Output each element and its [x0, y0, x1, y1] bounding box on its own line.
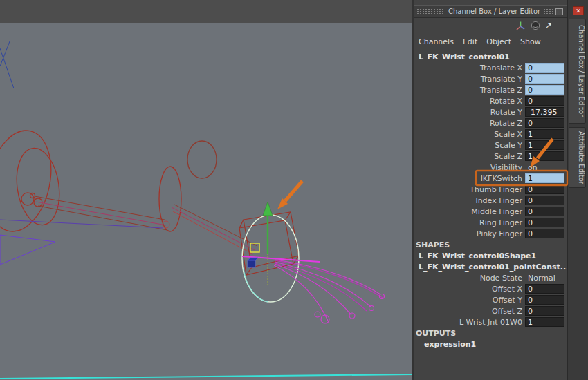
channel-row-rotate-z: Rotate Z0	[414, 117, 567, 129]
channel-row-translate-z: Translate Z0	[414, 84, 567, 95]
channel-label-middle-finger[interactable]: Middle Finger	[414, 207, 525, 216]
channel-label-visibility[interactable]: Visibility	[414, 163, 525, 172]
channel-row-rotate-y: Rotate Y-17.395	[414, 106, 567, 117]
channel-label-offset-y[interactable]: Offset Y	[414, 296, 525, 305]
channel-field-scale-y[interactable]: 1	[525, 140, 564, 150]
channel-label-scale-x[interactable]: Scale X	[414, 130, 525, 139]
channel-box-menubar: Channels Edit Object Show	[414, 33, 567, 50]
panel-grip-dots[interactable]	[416, 8, 445, 15]
channel-field-offset-x[interactable]: 0	[525, 284, 564, 294]
channel-field-index-finger[interactable]: 0	[525, 196, 564, 205]
viewport-scene	[0, 0, 412, 380]
menu-show[interactable]: Show	[520, 37, 541, 46]
channel-field-translate-x[interactable]: 0	[525, 63, 564, 73]
panel-toolbar: ↗	[414, 18, 567, 33]
panel-titlebar[interactable]: Channel Box / Layer Editor	[414, 5, 567, 18]
channel-row-offset-x: Offset X0	[414, 283, 567, 294]
channel-field-node-state[interactable]: Normal	[525, 273, 564, 283]
channel-field-translate-z[interactable]: 0	[525, 85, 564, 95]
channel-field-offset-y[interactable]: 0	[525, 295, 564, 305]
channel-label-ring-finger[interactable]: Ring Finger	[414, 218, 525, 227]
channel-field-offset-z[interactable]: 0	[525, 306, 564, 316]
channel-row-l-fk-wrist-control01[interactable]: L_FK_Wrist_control01	[414, 51, 567, 62]
sphere-tool-icon[interactable]	[531, 21, 540, 30]
channel-row-node-state: Node StateNormal	[414, 272, 567, 283]
channel-label-scale-z[interactable]: Scale Z	[414, 152, 525, 161]
channel-field-scale-x[interactable]: 1	[525, 129, 564, 139]
tab-channel-box-layer-editor[interactable]: Channel Box / Layer Editor	[569, 19, 586, 124]
channel-row-visibility: Visibilityon	[414, 162, 567, 173]
channel-label-translate-z[interactable]: Translate Z	[414, 86, 525, 95]
close-icon[interactable]: ✕	[573, 6, 584, 15]
channel-row-pinky-finger: Pinky Finger0	[414, 228, 567, 239]
channel-row-rotate-x: Rotate X0	[414, 95, 567, 106]
menu-object[interactable]: Object	[486, 37, 511, 46]
channel-label-offset-x[interactable]: Offset X	[414, 285, 525, 294]
channel-row-translate-y: Translate Y0	[414, 73, 567, 84]
channel-row-index-finger: Index Finger0	[414, 195, 567, 206]
channel-label-translate-y[interactable]: Translate Y	[414, 75, 525, 84]
channel-label-pinky-finger[interactable]: Pinky Finger	[414, 229, 525, 238]
viewport-background	[0, 0, 412, 380]
tab-attribute-editor[interactable]: Attribute Editor	[569, 127, 586, 188]
channel-row-ikfkswitch: IKFKSwitch1	[414, 173, 567, 184]
channel-field-thumb-finger[interactable]: 0	[525, 184, 564, 194]
channel-box-panel: Channel Box / Layer Editor ↗ Channels Ed…	[412, 0, 567, 380]
channel-field-scale-z[interactable]: 1	[525, 151, 564, 161]
channel-label-thumb-finger[interactable]: Thumb Finger	[414, 185, 525, 194]
channel-label-rotate-z[interactable]: Rotate Z	[414, 119, 525, 128]
channel-row-offset-y: Offset Y0	[414, 294, 567, 305]
panel-grip-dots[interactable]	[543, 8, 553, 15]
arrow-tool-icon[interactable]: ↗	[545, 21, 552, 30]
axis-tool-icon[interactable]	[515, 21, 526, 31]
channel-row-expression1[interactable]: expression1	[414, 339, 567, 350]
panel-title: Channel Box / Layer Editor	[448, 8, 540, 15]
sidebar-tabstrip: ✕ Channel Box / Layer Editor Attribute E…	[567, 0, 588, 380]
channel-field-visibility[interactable]: on	[525, 162, 564, 172]
channel-row-offset-z: Offset Z0	[414, 305, 567, 316]
channel-field-l-wrist-jnt-01w0[interactable]: 1	[525, 317, 564, 327]
menu-channels[interactable]: Channels	[419, 37, 454, 46]
channel-field-rotate-y[interactable]: -17.395	[525, 107, 564, 117]
channel-label-rotate-y[interactable]: Rotate Y	[414, 108, 525, 117]
channel-row-translate-x: Translate X0	[414, 62, 567, 73]
channel-list: L_FK_Wrist_control01Translate X0Translat…	[414, 51, 567, 350]
channel-field-ring-finger[interactable]: 0	[525, 218, 564, 227]
channel-row-scale-y: Scale Y1	[414, 140, 567, 151]
channel-label-ikfkswitch[interactable]: IKFKSwitch	[414, 174, 525, 183]
channel-label-index-finger[interactable]: Index Finger	[414, 196, 525, 205]
channel-row-outputs: OUTPUTS	[414, 327, 567, 339]
channel-row-l-wrist-jnt-01w0: L Wrist Jnt 01W01	[414, 316, 567, 327]
channel-row-l-fk-wrist-control0shape1[interactable]: L_FK_Wrist_control0Shape1	[414, 250, 567, 261]
channel-label-scale-y[interactable]: Scale Y	[414, 141, 525, 150]
channel-field-translate-y[interactable]: 0	[525, 74, 564, 84]
channel-field-rotate-z[interactable]: 0	[525, 118, 564, 128]
channel-label-offset-z[interactable]: Offset Z	[414, 307, 525, 316]
channel-label-rotate-x[interactable]: Rotate X	[414, 97, 525, 106]
channel-row-shapes: SHAPES	[414, 239, 567, 250]
channel-label-translate-x[interactable]: Translate X	[414, 64, 525, 73]
menu-edit[interactable]: Edit	[463, 37, 477, 46]
channel-label-node-state[interactable]: Node State	[414, 274, 525, 283]
channel-label-l-wrist-jnt-01w0[interactable]: L Wrist Jnt 01W0	[414, 318, 525, 327]
float-panel-icon[interactable]	[555, 8, 563, 15]
channel-field-ikfkswitch[interactable]: 1	[525, 173, 564, 183]
channel-row-l-fk-wrist-control01-pointconst[interactable]: L_FK_Wrist_control01_pointConst...	[414, 261, 567, 272]
channel-field-pinky-finger[interactable]: 0	[525, 229, 564, 238]
channel-row-middle-finger: Middle Finger0	[414, 206, 567, 217]
channel-field-rotate-x[interactable]: 0	[525, 96, 564, 106]
channel-row-scale-z: Scale Z1	[414, 151, 567, 162]
channel-row-scale-x: Scale X1	[414, 129, 567, 140]
channel-row-thumb-finger: Thumb Finger0	[414, 184, 567, 195]
viewport-top-band	[0, 0, 412, 23]
channel-row-ring-finger: Ring Finger0	[414, 217, 567, 228]
viewport-3d[interactable]	[0, 0, 412, 380]
channel-field-middle-finger[interactable]: 0	[525, 207, 564, 216]
